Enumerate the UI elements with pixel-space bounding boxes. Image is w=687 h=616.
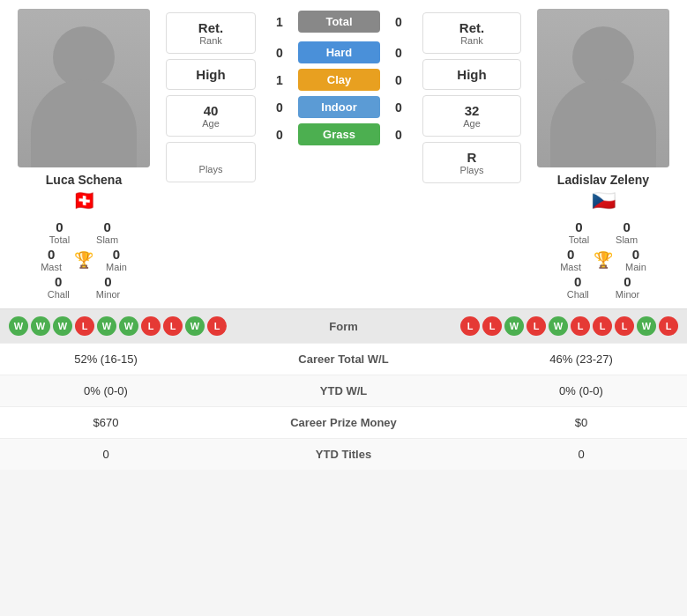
stat-p2: 0% (0-0) [475,375,687,407]
player2-trophy-icon: 🏆 [594,250,613,270]
form-badge: L [482,316,502,336]
player2-chall: 0 Chall [567,274,589,300]
player1-high-value: High [170,67,251,82]
main-container: Luca Schena 🇨🇭 0 Total 0 Slam 0 [0,0,687,470]
player2-age-value: 32 [427,103,517,118]
table-row: 52% (16-15) Career Total W/L 46% (23-27) [0,344,687,375]
player2-high-box: High [422,59,521,90]
form-badge: L [659,316,678,336]
table-row: 0 YTD Titles 0 [0,439,687,471]
player2-total: 0 Total [569,219,589,245]
player1-mast: 0 Mast [41,247,62,272]
form-badge: L [207,316,227,336]
player2-form: LLWLWLLLWL [460,316,678,336]
player2-flag: 🇨🇿 [592,189,616,212]
clay-row: 1 Clay 0 [266,69,412,91]
player1-stat-row1: 0 Total 0 Slam [49,219,118,245]
player1-stats: 0 Total 0 Slam 0 Mast 🏆 0 [9,219,159,300]
player2-avatar [537,9,669,167]
total-label: Total [298,11,380,33]
form-badge: L [141,316,161,336]
total-p2-score: 0 [385,15,412,29]
player1-avatar [18,9,150,167]
player1-middle-stats: Ret. Rank High 40 Age Plays [162,9,259,300]
stat-label: YTD Titles [212,439,475,471]
form-badge: L [571,316,590,336]
player2-stat-row1: 0 Total 0 Slam [569,219,638,245]
player1-total: 0 Total [49,219,70,245]
form-badge: L [163,316,183,336]
player1-rank-label: Rank [170,35,251,46]
stat-p2: 46% (23-27) [475,344,687,375]
player2-minor: 0 Minor [616,274,640,300]
player2-mast: 0 Mast [560,247,581,272]
grass-row: 0 Grass 0 [266,123,412,145]
player1-main: 0 Main [106,247,127,272]
form-badge: L [615,316,634,336]
player1-age-value: 40 [170,103,251,118]
stat-p2: 0 [475,439,687,471]
player1-flag: 🇨🇭 [72,189,96,212]
player1-rank-value: Ret. [170,20,251,35]
player1-stat-row2: 0 Mast 🏆 0 Main [41,247,127,272]
form-badge: W [31,316,50,336]
stats-table: 52% (16-15) Career Total W/L 46% (23-27)… [0,343,687,470]
player1-age-label: Age [170,118,251,129]
player1-stat-row3: 0 Chall 0 Minor [48,274,121,300]
player1-rank-box: Ret. Rank [166,12,256,54]
player2-main: 0 Main [625,247,646,272]
indoor-p1-score: 0 [266,100,293,115]
player2-stat-row3: 0 Chall 0 Minor [567,274,640,300]
player2-rank-value: Ret. [427,20,517,35]
stat-p1: 52% (16-15) [0,344,212,375]
stat-p1: 0% (0-0) [0,375,212,407]
grass-label: Grass [298,123,380,145]
total-row: 1 Total 0 [266,11,412,33]
grass-p1-score: 0 [266,128,293,142]
player1-form: WWWLWWLLWL [9,316,227,336]
player2-age-box: 32 Age [422,95,521,137]
player1-high-box: High [166,59,256,90]
player2-plays-box: R Plays [422,142,521,183]
stat-label: Career Prize Money [212,407,475,439]
player2-stat-row2: 0 Mast 🏆 0 Main [560,247,646,272]
stat-p1: 0 [0,439,212,471]
player2-plays-label: Plays [427,165,517,175]
total-p1-score: 1 [266,15,293,29]
player-comparison: Luca Schena 🇨🇭 0 Total 0 Slam 0 [0,0,687,308]
hard-p1-score: 0 [266,46,293,60]
surface-section: 1 Total 0 0 Hard 0 1 Clay 0 0 Indoor 0 0 [263,9,415,300]
stat-label: YTD W/L [212,375,475,407]
player2-rank-label: Rank [427,35,517,46]
player2-card: Ladislav Zeleny 🇨🇿 0 Total 0 Slam 0 [528,9,678,300]
form-badge: W [504,316,524,336]
stat-p1: $670 [0,407,212,439]
form-badge: W [9,316,28,336]
player2-plays-value: R [427,150,517,165]
table-row: $670 Career Prize Money $0 [0,407,687,439]
indoor-p2-score: 0 [385,100,412,115]
table-row: 0% (0-0) YTD W/L 0% (0-0) [0,375,687,407]
clay-label: Clay [298,69,380,91]
form-badge: L [460,316,480,336]
player2-middle-stats: Ret. Rank High 32 Age R Plays [419,9,525,300]
player1-trophy-icon: 🏆 [74,250,93,270]
player1-name: Luca Schena [46,173,122,187]
player1-age-box: 40 Age [166,95,256,137]
player1-plays-label: Plays [170,164,251,174]
player1-slam: 0 Slam [96,219,118,245]
player2-high-value: High [427,67,517,82]
hard-p2-score: 0 [385,46,412,60]
form-badge: W [97,316,116,336]
clay-p1-score: 1 [266,73,293,87]
stat-label: Career Total W/L [212,344,475,375]
clay-p2-score: 0 [385,73,412,87]
player1-plays-value [170,150,251,164]
form-badge: W [185,316,205,336]
player2-rank-box: Ret. Rank [422,12,521,54]
player2-age-label: Age [427,118,517,129]
indoor-row: 0 Indoor 0 [266,96,412,118]
grass-p2-score: 0 [385,128,412,142]
form-badge: W [637,316,656,336]
form-badge: W [549,316,568,336]
